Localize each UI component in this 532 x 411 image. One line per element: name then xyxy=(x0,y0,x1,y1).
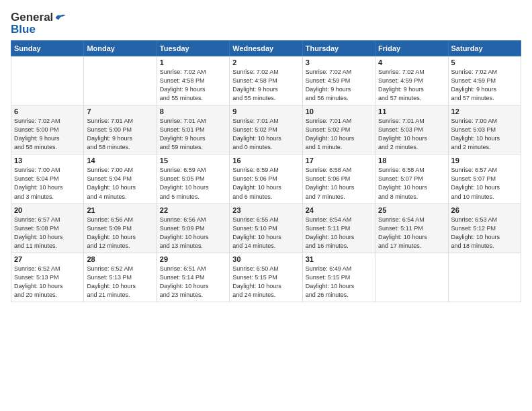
day-info: Sunrise: 7:01 AM Sunset: 5:00 PM Dayligh… xyxy=(87,117,153,152)
day-info: Sunrise: 6:50 AM Sunset: 5:15 PM Dayligh… xyxy=(232,265,299,300)
calendar-cell: 8Sunrise: 7:01 AM Sunset: 5:01 PM Daylig… xyxy=(157,105,229,154)
calendar-cell: 23Sunrise: 6:55 AM Sunset: 5:10 PM Dayli… xyxy=(230,203,302,253)
day-info: Sunrise: 6:54 AM Sunset: 5:11 PM Dayligh… xyxy=(306,216,372,250)
day-number: 16 xyxy=(232,156,299,165)
day-number: 30 xyxy=(232,255,299,263)
day-number: 22 xyxy=(160,206,226,214)
calendar-cell: 9Sunrise: 7:01 AM Sunset: 5:02 PM Daylig… xyxy=(230,105,302,154)
day-number: 2 xyxy=(232,58,299,66)
day-info: Sunrise: 7:00 AM Sunset: 5:03 PM Dayligh… xyxy=(451,117,518,152)
calendar-cell: 24Sunrise: 6:54 AM Sunset: 5:11 PM Dayli… xyxy=(302,203,375,253)
logo-bird-icon xyxy=(54,11,66,24)
day-number: 10 xyxy=(306,107,372,116)
logo-general-text: General xyxy=(11,11,53,24)
col-header-monday: Monday xyxy=(84,41,157,56)
day-info: Sunrise: 7:01 AM Sunset: 5:03 PM Dayligh… xyxy=(378,117,445,152)
calendar-cell: 29Sunrise: 6:51 AM Sunset: 5:14 PM Dayli… xyxy=(157,253,229,302)
day-number: 5 xyxy=(451,58,518,66)
calendar-cell: 26Sunrise: 6:53 AM Sunset: 5:12 PM Dayli… xyxy=(448,203,521,253)
calendar-cell: 4Sunrise: 7:02 AM Sunset: 4:59 PM Daylig… xyxy=(375,56,448,105)
day-number: 18 xyxy=(378,156,445,165)
day-number: 23 xyxy=(232,206,299,214)
calendar-cell: 14Sunrise: 7:00 AM Sunset: 5:04 PM Dayli… xyxy=(84,154,157,203)
col-header-saturday: Saturday xyxy=(448,41,521,56)
calendar-cell: 19Sunrise: 6:57 AM Sunset: 5:07 PM Dayli… xyxy=(448,154,521,203)
day-info: Sunrise: 6:55 AM Sunset: 5:10 PM Dayligh… xyxy=(232,216,299,250)
calendar-cell: 5Sunrise: 7:02 AM Sunset: 4:59 PM Daylig… xyxy=(448,56,521,105)
calendar-cell: 16Sunrise: 6:59 AM Sunset: 5:06 PM Dayli… xyxy=(230,154,302,203)
calendar-cell xyxy=(448,253,521,302)
day-number: 21 xyxy=(87,206,153,214)
day-number: 15 xyxy=(160,156,226,165)
calendar-table: SundayMondayTuesdayWednesdayThursdayFrid… xyxy=(11,40,521,302)
calendar-cell: 28Sunrise: 6:52 AM Sunset: 5:13 PM Dayli… xyxy=(84,253,157,302)
day-info: Sunrise: 7:02 AM Sunset: 4:59 PM Dayligh… xyxy=(378,68,445,103)
day-info: Sunrise: 7:02 AM Sunset: 5:00 PM Dayligh… xyxy=(14,117,81,152)
day-number: 9 xyxy=(232,107,299,116)
day-info: Sunrise: 7:00 AM Sunset: 5:04 PM Dayligh… xyxy=(14,166,81,201)
calendar-header-row: SundayMondayTuesdayWednesdayThursdayFrid… xyxy=(11,41,521,56)
calendar-week-row: 1Sunrise: 7:02 AM Sunset: 4:58 PM Daylig… xyxy=(11,56,521,105)
calendar-cell: 3Sunrise: 7:02 AM Sunset: 4:59 PM Daylig… xyxy=(302,56,375,105)
day-info: Sunrise: 6:56 AM Sunset: 5:09 PM Dayligh… xyxy=(160,216,226,250)
day-number: 12 xyxy=(451,107,518,116)
day-info: Sunrise: 7:01 AM Sunset: 5:01 PM Dayligh… xyxy=(160,117,226,152)
day-number: 17 xyxy=(306,156,372,165)
col-header-tuesday: Tuesday xyxy=(157,41,229,56)
calendar-cell: 6Sunrise: 7:02 AM Sunset: 5:00 PM Daylig… xyxy=(11,105,84,154)
day-info: Sunrise: 6:59 AM Sunset: 5:06 PM Dayligh… xyxy=(232,166,299,201)
day-info: Sunrise: 7:02 AM Sunset: 4:59 PM Dayligh… xyxy=(451,68,518,103)
day-number: 25 xyxy=(378,206,445,214)
day-info: Sunrise: 6:57 AM Sunset: 5:08 PM Dayligh… xyxy=(14,216,81,250)
calendar-cell: 25Sunrise: 6:54 AM Sunset: 5:11 PM Dayli… xyxy=(375,203,448,253)
day-number: 4 xyxy=(378,58,445,66)
calendar-week-row: 27Sunrise: 6:52 AM Sunset: 5:13 PM Dayli… xyxy=(11,253,521,302)
calendar-cell: 15Sunrise: 6:59 AM Sunset: 5:05 PM Dayli… xyxy=(157,154,229,203)
day-info: Sunrise: 7:02 AM Sunset: 4:58 PM Dayligh… xyxy=(160,68,226,103)
day-info: Sunrise: 6:49 AM Sunset: 5:15 PM Dayligh… xyxy=(306,265,372,300)
day-number: 28 xyxy=(87,255,153,263)
day-info: Sunrise: 6:56 AM Sunset: 5:09 PM Dayligh… xyxy=(87,216,153,250)
day-info: Sunrise: 6:57 AM Sunset: 5:07 PM Dayligh… xyxy=(451,166,518,201)
logo: General Blue xyxy=(11,11,66,36)
day-info: Sunrise: 6:51 AM Sunset: 5:14 PM Dayligh… xyxy=(160,265,226,300)
calendar-cell: 10Sunrise: 7:01 AM Sunset: 5:02 PM Dayli… xyxy=(302,105,375,154)
day-number: 14 xyxy=(87,156,153,165)
col-header-sunday: Sunday xyxy=(11,41,84,56)
calendar-cell xyxy=(84,56,157,105)
calendar-cell: 13Sunrise: 7:00 AM Sunset: 5:04 PM Dayli… xyxy=(11,154,84,203)
col-header-friday: Friday xyxy=(375,41,448,56)
calendar-cell: 7Sunrise: 7:01 AM Sunset: 5:00 PM Daylig… xyxy=(84,105,157,154)
calendar-week-row: 13Sunrise: 7:00 AM Sunset: 5:04 PM Dayli… xyxy=(11,154,521,203)
day-info: Sunrise: 6:52 AM Sunset: 5:13 PM Dayligh… xyxy=(87,265,153,300)
calendar-cell: 2Sunrise: 7:02 AM Sunset: 4:58 PM Daylig… xyxy=(230,56,302,105)
day-number: 7 xyxy=(87,107,153,116)
day-number: 29 xyxy=(160,255,226,263)
calendar-cell xyxy=(11,56,84,105)
day-number: 8 xyxy=(160,107,226,116)
page: General Blue SundayMondayTuesdayWednesda… xyxy=(0,0,532,411)
day-info: Sunrise: 7:01 AM Sunset: 5:02 PM Dayligh… xyxy=(306,117,372,152)
calendar-cell: 18Sunrise: 6:58 AM Sunset: 5:07 PM Dayli… xyxy=(375,154,448,203)
calendar-cell: 11Sunrise: 7:01 AM Sunset: 5:03 PM Dayli… xyxy=(375,105,448,154)
day-info: Sunrise: 6:54 AM Sunset: 5:11 PM Dayligh… xyxy=(378,216,445,250)
calendar-cell: 1Sunrise: 7:02 AM Sunset: 4:58 PM Daylig… xyxy=(157,56,229,105)
calendar-week-row: 20Sunrise: 6:57 AM Sunset: 5:08 PM Dayli… xyxy=(11,203,521,253)
day-number: 26 xyxy=(451,206,518,214)
day-number: 13 xyxy=(14,156,81,165)
calendar-cell: 27Sunrise: 6:52 AM Sunset: 5:13 PM Dayli… xyxy=(11,253,84,302)
day-info: Sunrise: 6:59 AM Sunset: 5:05 PM Dayligh… xyxy=(160,166,226,201)
calendar-cell: 12Sunrise: 7:00 AM Sunset: 5:03 PM Dayli… xyxy=(448,105,521,154)
calendar-week-row: 6Sunrise: 7:02 AM Sunset: 5:00 PM Daylig… xyxy=(11,105,521,154)
day-number: 6 xyxy=(14,107,81,116)
day-info: Sunrise: 6:52 AM Sunset: 5:13 PM Dayligh… xyxy=(14,265,81,300)
day-number: 11 xyxy=(378,107,445,116)
day-number: 1 xyxy=(160,58,226,66)
calendar-cell: 22Sunrise: 6:56 AM Sunset: 5:09 PM Dayli… xyxy=(157,203,229,253)
day-info: Sunrise: 6:58 AM Sunset: 5:07 PM Dayligh… xyxy=(378,166,445,201)
calendar-cell: 31Sunrise: 6:49 AM Sunset: 5:15 PM Dayli… xyxy=(302,253,375,302)
logo-blue-text: Blue xyxy=(11,23,66,36)
day-number: 27 xyxy=(14,255,81,263)
calendar-cell: 17Sunrise: 6:58 AM Sunset: 5:06 PM Dayli… xyxy=(302,154,375,203)
day-info: Sunrise: 7:01 AM Sunset: 5:02 PM Dayligh… xyxy=(232,117,299,152)
